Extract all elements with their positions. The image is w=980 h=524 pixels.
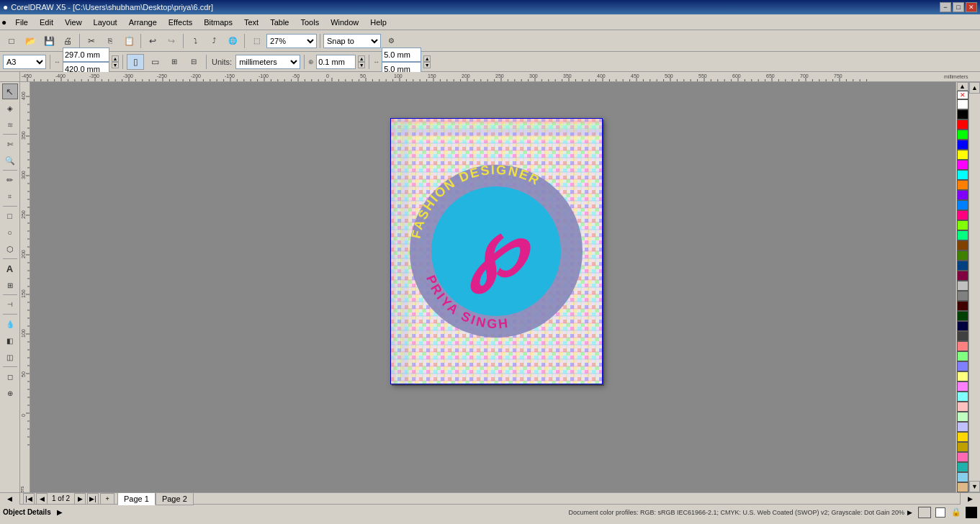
fill-tool[interactable]: ◧ <box>2 333 18 348</box>
swatch-FF0000[interactable] <box>957 119 968 130</box>
swatch-004000[interactable] <box>957 311 968 321</box>
ellipse-tool[interactable]: ○ <box>2 225 18 240</box>
swatch-FFFFFF[interactable] <box>957 99 968 109</box>
maximize-button[interactable]: □ <box>953 2 964 12</box>
scroll-up-btn[interactable]: ▲ <box>969 82 980 94</box>
snap-options-button[interactable]: ⚙ <box>382 33 400 49</box>
menu-item-effects[interactable]: Effects <box>163 17 198 28</box>
zoom-rect-button[interactable]: ⬚ <box>248 33 265 49</box>
swatch-800040[interactable] <box>957 271 968 281</box>
text-tool[interactable]: A <box>2 261 18 276</box>
menu-item-arrange[interactable]: Arrange <box>123 17 163 28</box>
menu-item-file[interactable]: File <box>9 17 34 28</box>
menu-item-table[interactable]: Table <box>264 17 295 28</box>
save-button[interactable]: 💾 <box>40 33 58 49</box>
rect-tool[interactable]: □ <box>2 208 18 224</box>
portrait-button[interactable]: ▯ <box>127 54 144 70</box>
menu-item-layout[interactable]: Layout <box>88 17 123 28</box>
menu-item-help[interactable]: Help <box>364 17 392 28</box>
redo-button[interactable]: ↪ <box>163 33 180 49</box>
black-color-box[interactable] <box>966 507 977 518</box>
shape-tool[interactable]: ◈ <box>2 100 18 116</box>
swatch-87CEEB[interactable] <box>957 472 968 482</box>
smart-fill-tool[interactable]: ◫ <box>2 349 18 365</box>
smart-draw-tool[interactable]: ⌗ <box>2 189 18 204</box>
expand-arrow[interactable]: ▶ <box>57 508 63 516</box>
no-color-swatch[interactable]: ✕ <box>957 91 968 99</box>
swatch-C0C0C0[interactable] <box>957 281 968 291</box>
swatch-00FFFF[interactable] <box>957 170 968 180</box>
paste-button[interactable]: 📋 <box>120 33 138 49</box>
new-button[interactable]: □ <box>3 33 20 49</box>
outline-indicator[interactable] <box>935 507 945 518</box>
copy-button[interactable]: ⎘ <box>102 33 119 49</box>
page2-tab[interactable]: Page 2 <box>156 492 194 505</box>
dup-down[interactable]: ▼ <box>423 62 431 68</box>
eyedropper-tool[interactable]: 💧 <box>2 316 18 332</box>
nudge-input[interactable]: 0.1 mm <box>316 55 356 69</box>
crop-tool[interactable]: ✄ <box>2 136 18 152</box>
swatch-004080[interactable] <box>957 261 968 271</box>
landscape-button[interactable]: ▭ <box>146 54 163 70</box>
profile-expand[interactable]: ▶ <box>907 509 912 516</box>
swatch-80FF00[interactable] <box>957 220 968 230</box>
nudge-up[interactable]: ▲ <box>358 55 365 62</box>
publish-button[interactable]: 🌐 <box>224 33 241 49</box>
dup-x-input[interactable] <box>382 48 421 62</box>
zoom-tool[interactable]: 🔍 <box>2 153 18 168</box>
dimension-tool[interactable]: ⊣ <box>2 297 18 312</box>
swatch-C0FFC0[interactable] <box>957 412 968 422</box>
open-button[interactable]: 📂 <box>22 33 39 49</box>
swatch-FFC0C0[interactable] <box>957 402 968 412</box>
swatch-FFFF80[interactable] <box>957 371 968 381</box>
width-down[interactable]: ▼ <box>112 62 119 68</box>
swatch-00FF80[interactable] <box>957 230 968 240</box>
close-button[interactable]: ✕ <box>966 2 977 12</box>
menu-item-text[interactable]: Text <box>238 17 264 28</box>
width-up[interactable]: ▲ <box>112 55 119 62</box>
undo-button[interactable]: ↩ <box>144 33 161 49</box>
minimize-button[interactable]: − <box>940 2 951 12</box>
dup-up[interactable]: ▲ <box>423 55 431 62</box>
export-button[interactable]: ⤴ <box>205 33 222 49</box>
swatch-FF8080[interactable] <box>957 341 968 351</box>
smear-tool[interactable]: ≋ <box>2 117 18 132</box>
first-page-btn[interactable]: |◀ <box>23 493 35 505</box>
swatch-0000FF[interactable] <box>957 140 968 150</box>
swatch-DEB887[interactable] <box>957 482 968 492</box>
right-scrollbar[interactable]: ▲ ▼ <box>968 82 980 492</box>
swatch-80FF80[interactable] <box>957 351 968 361</box>
page-width-input[interactable]: 297.0 mm <box>63 48 109 62</box>
menu-item-tools[interactable]: Tools <box>295 17 325 28</box>
polygon-tool[interactable]: ⬡ <box>2 241 18 257</box>
swatch-C0C0FF[interactable] <box>957 422 968 432</box>
swatch-C0A000[interactable] <box>957 442 968 452</box>
menu-item-window[interactable]: Window <box>325 17 364 28</box>
swatch-FF8000[interactable] <box>957 180 968 190</box>
zoom-select[interactable]: 10%25%27%50%75%100%200%400% <box>266 34 317 48</box>
swatch-808080[interactable] <box>957 291 968 301</box>
swatch-FF80FF[interactable] <box>957 381 968 392</box>
swatch-400000[interactable] <box>957 301 968 311</box>
current-page-button[interactable]: ⊟ <box>185 54 202 70</box>
import-button[interactable]: ⤵ <box>186 33 204 49</box>
swatch-FF0080[interactable] <box>957 210 968 220</box>
swatch-000040[interactable] <box>957 321 968 331</box>
print-button[interactable]: 🖨 <box>59 33 76 49</box>
next-page-btn[interactable]: ▶ <box>74 493 86 505</box>
prev-page-btn[interactable]: ◀ <box>36 493 48 505</box>
add-page-btn[interactable]: + <box>100 493 114 505</box>
scroll-down-btn[interactable]: ▼ <box>969 481 980 492</box>
swatch-FFFF00[interactable] <box>957 150 968 160</box>
units-select[interactable]: millimetersinchespixelscentimeters <box>235 55 300 69</box>
blend-tool[interactable]: ⊕ <box>2 385 18 401</box>
canvas-area[interactable]: ℘ FASHION DESIGNER PRIYA SINGH <box>30 82 956 492</box>
palette-up[interactable]: ▲ <box>957 82 968 91</box>
swatch-FFD700[interactable] <box>957 432 968 442</box>
outline-tool[interactable]: ◻ <box>2 369 18 384</box>
page-size-select[interactable]: A3A4A5LetterLegal <box>3 55 46 69</box>
nudge-down[interactable]: ▼ <box>358 62 365 68</box>
swatch-80FFFF[interactable] <box>957 392 968 402</box>
h-scroll-left[interactable]: ◀ <box>0 493 20 505</box>
all-pages-button[interactable]: ⊞ <box>166 54 183 70</box>
